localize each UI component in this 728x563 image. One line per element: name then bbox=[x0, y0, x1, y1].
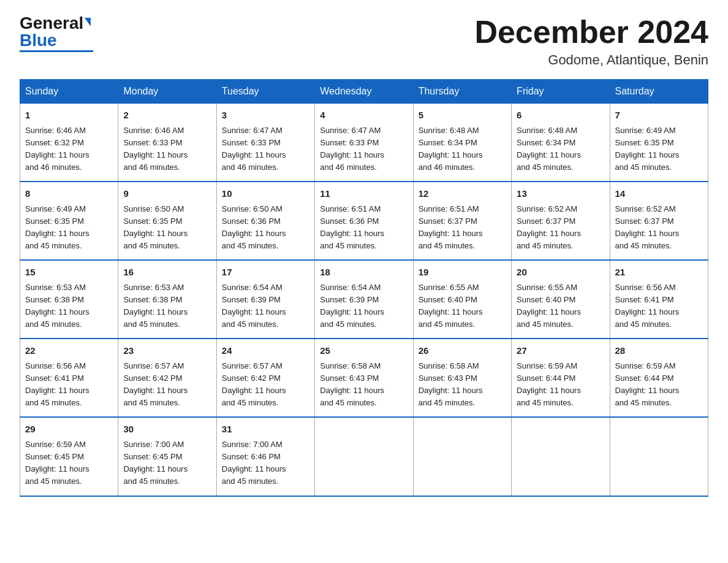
day-number: 25 bbox=[320, 344, 408, 358]
day-number: 22 bbox=[25, 344, 113, 358]
calendar-table: SundayMondayTuesdayWednesdayThursdayFrid… bbox=[20, 79, 708, 496]
cell-content: Sunrise: 6:57 AM Sunset: 6:42 PM Dayligh… bbox=[123, 360, 211, 410]
calendar-cell: 31Sunrise: 7:00 AM Sunset: 6:46 PM Dayli… bbox=[216, 417, 314, 496]
header-cell-friday: Friday bbox=[512, 80, 610, 104]
calendar-cell: 3Sunrise: 6:47 AM Sunset: 6:33 PM Daylig… bbox=[216, 104, 314, 182]
cell-content: Sunrise: 6:47 AM Sunset: 6:33 PM Dayligh… bbox=[222, 124, 309, 174]
day-number: 28 bbox=[615, 344, 703, 358]
calendar-cell: 19Sunrise: 6:55 AM Sunset: 6:40 PM Dayli… bbox=[413, 260, 511, 339]
calendar-cell: 5Sunrise: 6:48 AM Sunset: 6:34 PM Daylig… bbox=[413, 104, 511, 182]
cell-content: Sunrise: 6:53 AM Sunset: 6:38 PM Dayligh… bbox=[25, 282, 113, 331]
cell-content: Sunrise: 6:58 AM Sunset: 6:43 PM Dayligh… bbox=[419, 360, 506, 410]
calendar-cell: 15Sunrise: 6:53 AM Sunset: 6:38 PM Dayli… bbox=[20, 260, 118, 339]
header-cell-saturday: Saturday bbox=[610, 80, 708, 104]
day-number: 6 bbox=[517, 109, 604, 123]
cell-content: Sunrise: 6:56 AM Sunset: 6:41 PM Dayligh… bbox=[25, 360, 113, 410]
day-number: 11 bbox=[320, 187, 408, 201]
cell-content: Sunrise: 6:55 AM Sunset: 6:40 PM Dayligh… bbox=[517, 282, 604, 331]
header-cell-tuesday: Tuesday bbox=[216, 80, 314, 104]
calendar-cell bbox=[512, 417, 610, 496]
day-number: 21 bbox=[615, 266, 703, 280]
cell-content: Sunrise: 6:55 AM Sunset: 6:40 PM Dayligh… bbox=[419, 282, 506, 331]
logo-general-text: General bbox=[20, 15, 83, 32]
calendar-header: SundayMondayTuesdayWednesdayThursdayFrid… bbox=[20, 80, 708, 104]
calendar-cell: 4Sunrise: 6:47 AM Sunset: 6:33 PM Daylig… bbox=[315, 104, 413, 182]
day-number: 9 bbox=[123, 187, 211, 201]
cell-content: Sunrise: 6:57 AM Sunset: 6:42 PM Dayligh… bbox=[222, 360, 309, 410]
cell-content: Sunrise: 6:52 AM Sunset: 6:37 PM Dayligh… bbox=[517, 203, 604, 253]
calendar-cell: 18Sunrise: 6:54 AM Sunset: 6:39 PM Dayli… bbox=[315, 260, 413, 339]
week-row-5: 29Sunrise: 6:59 AM Sunset: 6:45 PM Dayli… bbox=[20, 417, 708, 496]
calendar-cell bbox=[413, 417, 511, 496]
day-number: 29 bbox=[25, 423, 113, 437]
cell-content: Sunrise: 6:59 AM Sunset: 6:45 PM Dayligh… bbox=[25, 439, 113, 488]
calendar-cell: 14Sunrise: 6:52 AM Sunset: 6:37 PM Dayli… bbox=[610, 182, 708, 260]
cell-content: Sunrise: 6:50 AM Sunset: 6:36 PM Dayligh… bbox=[222, 203, 309, 253]
cell-content: Sunrise: 6:53 AM Sunset: 6:38 PM Dayligh… bbox=[123, 282, 211, 331]
day-number: 24 bbox=[222, 344, 309, 358]
calendar-cell: 25Sunrise: 6:58 AM Sunset: 6:43 PM Dayli… bbox=[315, 339, 413, 417]
calendar-cell: 17Sunrise: 6:54 AM Sunset: 6:39 PM Dayli… bbox=[216, 260, 314, 339]
cell-content: Sunrise: 6:47 AM Sunset: 6:33 PM Dayligh… bbox=[320, 124, 408, 174]
day-number: 18 bbox=[320, 266, 408, 280]
day-number: 27 bbox=[517, 344, 604, 358]
day-number: 16 bbox=[123, 266, 211, 280]
cell-content: Sunrise: 6:54 AM Sunset: 6:39 PM Dayligh… bbox=[320, 282, 408, 331]
cell-content: Sunrise: 6:46 AM Sunset: 6:32 PM Dayligh… bbox=[25, 124, 113, 174]
day-number: 13 bbox=[517, 187, 604, 201]
title-area: December 2024 Godome, Atlantique, Benin bbox=[474, 15, 708, 68]
calendar-cell: 2Sunrise: 6:46 AM Sunset: 6:33 PM Daylig… bbox=[118, 104, 216, 182]
cell-content: Sunrise: 6:48 AM Sunset: 6:34 PM Dayligh… bbox=[517, 124, 604, 174]
calendar-cell: 20Sunrise: 6:55 AM Sunset: 6:40 PM Dayli… bbox=[512, 260, 610, 339]
day-number: 4 bbox=[320, 109, 408, 123]
cell-content: Sunrise: 6:51 AM Sunset: 6:37 PM Dayligh… bbox=[419, 203, 506, 253]
day-number: 30 bbox=[123, 423, 211, 437]
logo-underline bbox=[20, 50, 93, 52]
day-number: 20 bbox=[517, 266, 604, 280]
calendar-cell: 28Sunrise: 6:59 AM Sunset: 6:44 PM Dayli… bbox=[610, 339, 708, 417]
day-number: 1 bbox=[25, 109, 113, 123]
cell-content: Sunrise: 6:50 AM Sunset: 6:35 PM Dayligh… bbox=[123, 203, 211, 253]
month-title: December 2024 bbox=[474, 15, 708, 50]
cell-content: Sunrise: 7:00 AM Sunset: 6:45 PM Dayligh… bbox=[123, 439, 211, 488]
logo-triangle-icon bbox=[85, 18, 91, 26]
calendar-cell: 6Sunrise: 6:48 AM Sunset: 6:34 PM Daylig… bbox=[512, 104, 610, 182]
day-number: 10 bbox=[222, 187, 309, 201]
day-number: 17 bbox=[222, 266, 309, 280]
header-cell-thursday: Thursday bbox=[413, 80, 511, 104]
calendar-cell: 27Sunrise: 6:59 AM Sunset: 6:44 PM Dayli… bbox=[512, 339, 610, 417]
calendar-cell bbox=[610, 417, 708, 496]
calendar-cell: 12Sunrise: 6:51 AM Sunset: 6:37 PM Dayli… bbox=[413, 182, 511, 260]
cell-content: Sunrise: 6:52 AM Sunset: 6:37 PM Dayligh… bbox=[615, 203, 703, 253]
header-cell-sunday: Sunday bbox=[20, 80, 118, 104]
cell-content: Sunrise: 6:54 AM Sunset: 6:39 PM Dayligh… bbox=[222, 282, 309, 331]
week-row-1: 1Sunrise: 6:46 AM Sunset: 6:32 PM Daylig… bbox=[20, 104, 708, 182]
cell-content: Sunrise: 6:46 AM Sunset: 6:33 PM Dayligh… bbox=[123, 124, 211, 174]
header: General Blue December 2024 Godome, Atlan… bbox=[20, 15, 708, 68]
week-row-2: 8Sunrise: 6:49 AM Sunset: 6:35 PM Daylig… bbox=[20, 182, 708, 260]
cell-content: Sunrise: 6:49 AM Sunset: 6:35 PM Dayligh… bbox=[615, 124, 703, 174]
header-row: SundayMondayTuesdayWednesdayThursdayFrid… bbox=[20, 80, 708, 104]
header-cell-monday: Monday bbox=[118, 80, 216, 104]
calendar-body: 1Sunrise: 6:46 AM Sunset: 6:32 PM Daylig… bbox=[20, 104, 708, 496]
calendar-cell: 26Sunrise: 6:58 AM Sunset: 6:43 PM Dayli… bbox=[413, 339, 511, 417]
calendar-cell bbox=[315, 417, 413, 496]
week-row-4: 22Sunrise: 6:56 AM Sunset: 6:41 PM Dayli… bbox=[20, 339, 708, 417]
day-number: 3 bbox=[222, 109, 309, 123]
cell-content: Sunrise: 6:49 AM Sunset: 6:35 PM Dayligh… bbox=[25, 203, 113, 253]
logo: General Blue bbox=[20, 15, 93, 52]
day-number: 23 bbox=[123, 344, 211, 358]
day-number: 26 bbox=[419, 344, 506, 358]
calendar-cell: 13Sunrise: 6:52 AM Sunset: 6:37 PM Dayli… bbox=[512, 182, 610, 260]
cell-content: Sunrise: 6:59 AM Sunset: 6:44 PM Dayligh… bbox=[517, 360, 604, 410]
day-number: 14 bbox=[615, 187, 703, 201]
calendar-cell: 7Sunrise: 6:49 AM Sunset: 6:35 PM Daylig… bbox=[610, 104, 708, 182]
cell-content: Sunrise: 6:56 AM Sunset: 6:41 PM Dayligh… bbox=[615, 282, 703, 331]
day-number: 31 bbox=[222, 423, 309, 437]
day-number: 19 bbox=[419, 266, 506, 280]
cell-content: Sunrise: 7:00 AM Sunset: 6:46 PM Dayligh… bbox=[222, 439, 309, 488]
day-number: 2 bbox=[123, 109, 211, 123]
day-number: 7 bbox=[615, 109, 703, 123]
calendar-cell: 9Sunrise: 6:50 AM Sunset: 6:35 PM Daylig… bbox=[118, 182, 216, 260]
calendar-cell: 22Sunrise: 6:56 AM Sunset: 6:41 PM Dayli… bbox=[20, 339, 118, 417]
